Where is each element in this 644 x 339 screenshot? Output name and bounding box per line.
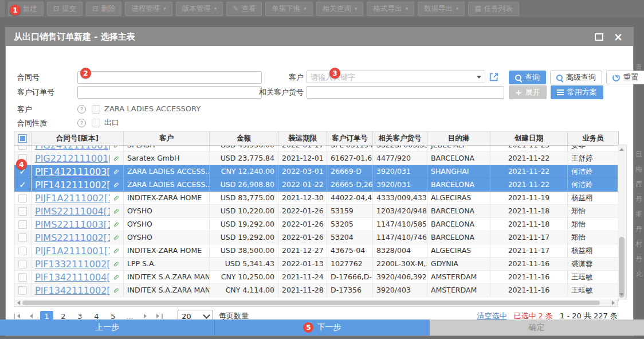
contract-link[interactable]: PIJF1A2111002[1] [35,193,110,204]
row-checkbox[interactable] [18,273,27,282]
paperclip-icon[interactable] [112,155,120,162]
row-checkbox[interactable] [18,207,27,216]
table-row[interactable]: PIF1342111002[1] INDITEX S.A.ZARA MAN CN… [14,284,618,297]
table-row[interactable]: PIMS22111002[1] OYSHO USD 19,292.00 2022… [14,231,618,244]
column-header-amount[interactable]: 金额 [210,131,278,145]
column-header-item-no[interactable]: 相关客户货号 [373,131,427,145]
close-icon[interactable]: × [614,32,623,42]
query-button[interactable]: 查询 [509,71,546,84]
advanced-query-button[interactable]: 高级查询 [550,71,602,84]
row-checkbox[interactable] [18,233,27,242]
toolbar-button[interactable]: ▤ 任务列表 [468,2,519,16]
contract-link[interactable]: PIMS22111004[1] [35,206,110,217]
toolbar-button-label: 数据导出 [424,4,453,14]
contract-link[interactable]: PIF1342111002[1] [35,285,110,296]
related-item-no-input[interactable] [307,86,504,99]
paperclip-icon[interactable] [112,260,120,268]
table-row[interactable]: PIMS22111004[1] OYSHO USD 10,220.00 2022… [14,205,618,218]
horizontal-scroll-thumb[interactable] [22,301,600,305]
table-row[interactable]: PIF1342111004[1] INDITEX S.A.ZARA MAN CN… [14,271,618,284]
last-page-icon[interactable] [155,314,163,319]
table-row[interactable]: PIJF1A2111001[1] INDITEX-ZARA HOME USD 3… [14,244,618,258]
select-all-checkbox[interactable] [18,134,27,143]
paperclip-icon[interactable] [112,208,120,215]
contract-link[interactable]: PIMS22111003[1] [35,219,110,230]
toolbar-button[interactable]: 版本管理 ▾ [176,2,223,16]
table-row[interactable]: PIJF1A2111002[1] INDITEX-ZARA HOME USD 8… [14,192,618,205]
column-header-contract[interactable]: 合同号[版本] [32,131,124,145]
contract-link[interactable]: PIF1412111002[1] [35,180,110,190]
confirm-button[interactable]: 确定 [430,319,644,336]
first-page-icon[interactable] [14,314,22,319]
expand-button[interactable]: + 展开 [509,85,547,99]
row-checkbox[interactable] [18,286,27,295]
open-lookup-icon[interactable] [488,71,500,83]
next-step-button[interactable]: 5 下一步 [214,319,429,336]
prev-page-icon[interactable] [28,314,34,318]
contract-link[interactable]: PIF1332111002[1] [35,259,110,270]
scroll-up-icon[interactable] [618,145,626,153]
toolbar-button[interactable]: 格式导出 ▾ [367,2,414,16]
toolbar-button[interactable]: 数据导出 ▾ [418,2,465,16]
table-row[interactable]: PIMS22111003[1] OYSHO USD 19,292.00 2022… [14,218,618,231]
common-scheme-button[interactable]: 常用方案 [551,85,603,99]
scroll-right-icon[interactable] [610,299,617,306]
column-header-salesperson[interactable]: 业务员 [568,131,618,145]
customer-filter-checkbox[interactable] [92,105,100,114]
table-row[interactable]: PIG2212111001[1] Saratex GmbH USD 23,775… [14,152,618,165]
combo-caret-icon[interactable] [477,76,481,81]
maximize-icon[interactable] [595,33,603,41]
column-header-ship-date[interactable]: 装运期限 [278,131,327,145]
paperclip-icon[interactable] [112,274,120,281]
next-page-icon[interactable] [142,314,149,318]
paperclip-icon[interactable] [112,146,120,149]
toolbar-button[interactable]: ⊡ 提交 [47,2,83,16]
port-cell: BARCELONA [427,218,490,231]
table-row[interactable]: PIG2412111001[1] SPLASH USD 49,956.00 20… [14,146,618,152]
contract-link[interactable]: PIF1412111003[1] [35,166,110,177]
toolbar-button[interactable]: 单据下推 ▾ [265,2,313,16]
column-header-port[interactable]: 目的港 [427,131,490,145]
scroll-down-icon[interactable] [618,291,626,299]
row-checkbox[interactable] [18,220,27,229]
contract-nature-checkbox[interactable] [92,119,100,127]
row-checkbox[interactable] [18,260,27,268]
paperclip-icon[interactable] [112,221,120,228]
column-header-order-no[interactable]: 客户订单号 [327,131,373,145]
column-header-customer[interactable]: 客户 [124,131,210,145]
row-checkbox[interactable] [18,146,27,150]
help-icon [77,119,86,127]
toolbar-button[interactable]: 进程管理 ▾ [125,2,172,16]
row-checkbox[interactable] [18,194,27,202]
contract-link[interactable]: PIMS22111002[1] [35,232,110,243]
paperclip-icon[interactable] [112,234,120,241]
order-no-cell: 26665-D,2667... [327,178,373,191]
paperclip-icon[interactable] [112,247,120,255]
paperclip-icon[interactable] [112,287,120,294]
toolbar-button[interactable]: ✎ 查看 [226,2,262,16]
ship-date-cell: 2022-01-17 [278,146,327,151]
row-checkbox[interactable] [18,247,27,255]
table-row[interactable]: PIF1412111002[1] ZARA LADIES ACCESS... U… [14,178,618,192]
horizontal-scrollbar[interactable] [14,299,618,307]
ship-date-cell: 2021-12-27 [278,244,327,257]
toolbar-button[interactable]: ⊟ 删除 [86,2,121,16]
toolbar-button[interactable]: 相关查询 ▾ [316,2,364,16]
vertical-scrollbar[interactable] [618,145,627,299]
paperclip-icon[interactable] [112,168,120,176]
previous-step-button[interactable]: 上一步 [0,319,214,336]
paperclip-icon[interactable] [112,181,120,189]
scroll-left-icon[interactable] [14,299,22,306]
reset-button[interactable]: 重置 [606,71,644,84]
amount-cell: USD 10,220.00 [210,205,278,217]
contract-link[interactable]: PIJF1A2111001[1] [35,246,110,256]
contract-link[interactable]: PIG2212111001[1] [35,153,110,164]
paperclip-icon[interactable] [112,194,120,202]
column-header-created[interactable]: 创建日期 [490,131,568,145]
contract-link[interactable]: PIF1342111004[1] [35,272,110,283]
contract-link[interactable]: PIG2412111001[1] [35,146,110,151]
ship-date-cell: 2022-03-01 [278,165,327,178]
table-row[interactable]: PIF1412111003[1] ZARA LADIES ACCESS... C… [14,165,618,178]
vertical-scroll-thumb[interactable] [619,237,625,298]
table-row[interactable]: PIF1332111002[1] LPP S.A. USD 5,341.43 2… [14,258,618,271]
